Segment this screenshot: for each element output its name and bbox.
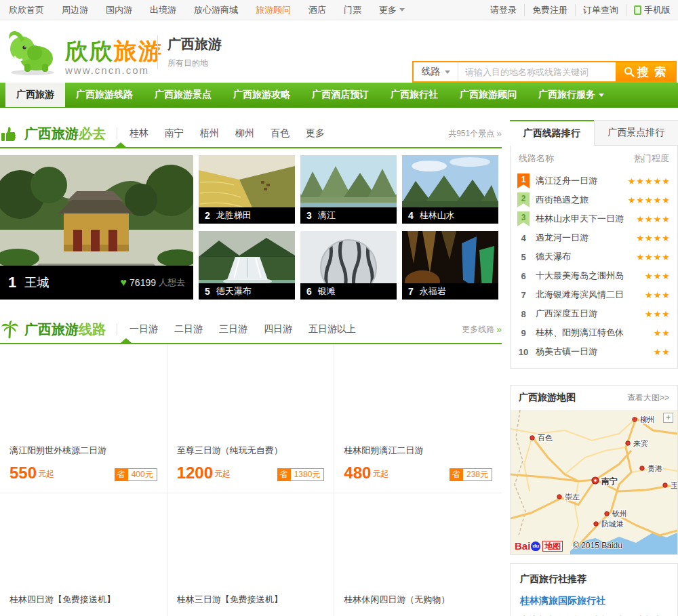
rank-number: 4 [517, 233, 530, 243]
site-logo[interactable]: 欣欣旅游 www.cncn.com [4, 24, 163, 76]
map-zoom-in-button[interactable]: + [663, 413, 673, 423]
right-column: 广西线路排行 广西景点排行 线路名称 热门程度 1 漓江泛舟一日游 ★★★★★ … [510, 120, 678, 616]
tab-1day[interactable]: 一日游 [129, 323, 158, 335]
rank-route-name[interactable]: 桂林山水甲天下一日游 [536, 213, 636, 225]
mobile-phone-icon [634, 5, 641, 15]
rank-number: 9 [517, 328, 530, 338]
top-utility-bar: 欣欣首页 周边游 国内游 出境游 放心游商城 旅游顾问 酒店 门票 更多 请登录… [0, 0, 678, 20]
search-input[interactable] [458, 62, 616, 81]
destination-subtitle[interactable]: 所有目的地 [167, 58, 222, 69]
agency-name-link[interactable]: 桂林漓旅国际旅行社 [520, 595, 668, 607]
spot-rank: 5 [205, 286, 210, 297]
ranking-row[interactable]: 3 桂林山水甲天下一日游 ★★★★ [511, 209, 677, 228]
route-card-title[interactable]: 漓江阳朔世外桃源二日游 [0, 445, 167, 457]
double-arrow-icon: » [496, 128, 502, 139]
search-button[interactable]: 搜 索 [616, 62, 675, 81]
tab-baise[interactable]: 百色 [271, 127, 290, 140]
routes-tabs: 一日游 二日游 三日游 四日游 五日游以上 [117, 323, 372, 335]
mainnav-agencies[interactable]: 广西旅行社 [380, 83, 449, 107]
mobile-version-link[interactable]: 手机版 [626, 4, 678, 16]
topnav-nearby[interactable]: 周边游 [53, 4, 97, 16]
spot-yongfu-cave[interactable]: 7 永福岩 [402, 231, 498, 300]
star-rating: ★★ [654, 328, 671, 338]
rank-route-name[interactable]: 德天瀑布 [536, 251, 636, 263]
map-canvas[interactable]: 柳州 来宾 贵港 南宁 崇左 钦州 防城港 百色 玉林 [511, 410, 677, 554]
order-query-link[interactable]: 订单查询 [575, 4, 626, 16]
route-card[interactable]: 桂林阳朔漓江二日游 480 元起 省 238元 [334, 344, 502, 493]
register-link[interactable]: 免费注册 [524, 4, 575, 16]
more-routes-link[interactable]: 更多线路» [462, 324, 502, 335]
spot-count-link[interactable]: 共951个景点» [448, 128, 502, 140]
ranking-row[interactable]: 5 德天瀑布 ★★★★ [511, 247, 677, 266]
route-card[interactable]: 至尊三日游（纯玩无自费） 1200 元起 省 1380元 [167, 344, 335, 493]
view-large-map-link[interactable]: 查看大图>> [627, 392, 669, 404]
mainnav-consultants[interactable]: 广西旅游顾问 [449, 83, 527, 107]
featured-spot-wangcheng[interactable]: 1 王城 ♥ 76199 人想去 [0, 155, 193, 300]
rank-route-name[interactable]: 北海银滩海滨风情二日 [536, 289, 645, 301]
tab-3day[interactable]: 三日游 [219, 323, 247, 335]
ranking-row[interactable]: 4 遇龙河一日游 ★★★★ [511, 228, 677, 247]
rank-route-name[interactable]: 漓江泛舟一日游 [536, 175, 628, 187]
tab-guilin[interactable]: 桂林 [129, 127, 148, 140]
tab-2day[interactable]: 二日游 [174, 323, 203, 335]
route-card[interactable]: 桂林休闲四日游（无购物） 1100 元起 省 1100元 [334, 493, 502, 616]
spot-silver-beach[interactable]: 6 银滩 [300, 231, 397, 300]
spot-longsheng-terraces[interactable]: 2 龙胜梯田 [199, 155, 295, 224]
map-city-baise: 百色 [538, 434, 553, 442]
ranking-row[interactable]: 9 桂林、阳朔漓江特色休 ★★ [511, 323, 677, 342]
mainnav-spots[interactable]: 广西旅游景点 [144, 83, 222, 107]
topnav-outbound[interactable]: 出境游 [141, 4, 185, 16]
topnav-more[interactable]: 更多 [370, 4, 414, 16]
route-card[interactable]: 桂林四日游【免费接送机】 1150 元起 省 550元 [0, 493, 167, 616]
ranking-row[interactable]: 2 西街艳遇之旅 ★★★★★ [511, 190, 677, 209]
rank-route-name[interactable]: 广西深度五日游 [536, 308, 645, 320]
mainnav-hotels[interactable]: 广西酒店预订 [301, 83, 380, 107]
rank-route-name[interactable]: 西街艳遇之旅 [536, 194, 628, 206]
mainnav-guangxi[interactable]: 广西旅游 [5, 83, 65, 107]
mainnav-guides[interactable]: 广西旅游攻略 [222, 83, 301, 107]
route-card-title[interactable]: 桂林休闲四日游（无购物） [334, 594, 502, 606]
route-card[interactable]: 漓江阳朔世外桃源二日游 550 元起 省 400元 [0, 344, 167, 493]
route-card-title[interactable]: 桂林三日游【免费接送机】 [167, 594, 334, 606]
route-card[interactable]: 桂林三日游【免费接送机】 310 元起 省 470元 [167, 493, 335, 616]
mainnav-services[interactable]: 广西旅行服务 [527, 83, 615, 107]
topnav-consultant[interactable]: 旅游顾问 [247, 4, 300, 16]
route-card-title[interactable]: 桂林四日游【免费接送机】 [0, 594, 167, 606]
tab-wuzhou[interactable]: 梧州 [200, 127, 219, 140]
tab-nanning[interactable]: 南宁 [165, 127, 184, 140]
ranking-row[interactable]: 6 十大最美海岛之涠州岛 ★★★ [511, 266, 677, 285]
tab-route-ranking[interactable]: 广西线路排行 [510, 120, 594, 146]
topnav-domestic[interactable]: 国内游 [97, 4, 141, 16]
mainnav-routes[interactable]: 广西旅游线路 [65, 83, 144, 107]
ranking-row[interactable]: 1 漓江泛舟一日游 ★★★★★ [511, 171, 677, 190]
tab-liuzhou[interactable]: 柳州 [235, 127, 254, 140]
tab-more[interactable]: 更多 [306, 127, 325, 140]
rank-route-name[interactable]: 杨美古镇一日游 [536, 346, 654, 358]
rank-route-name[interactable]: 十大最美海岛之涠州岛 [536, 270, 645, 282]
rank-route-name[interactable]: 桂林、阳朔漓江特色休 [536, 327, 654, 339]
content: 广西旅游必去 桂林 南宁 梧州 柳州 百色 更多 共951个景点» [0, 108, 678, 616]
route-card-title[interactable]: 桂林阳朔漓江二日游 [334, 445, 502, 457]
route-card-price-row: 480 元起 省 238元 [344, 465, 492, 481]
tab-spot-ranking[interactable]: 广西景点排行 [594, 120, 678, 146]
featured-likes: ♥ 76199 人想去 [121, 276, 185, 289]
ranking-row[interactable]: 10 杨美古镇一日游 ★★ [511, 342, 677, 361]
topnav-tickets[interactable]: 门票 [335, 4, 370, 16]
topnav-mall[interactable]: 放心游商城 [185, 4, 247, 16]
rank-route-name[interactable]: 遇龙河一日游 [536, 232, 636, 244]
spot-guilin-landscape[interactable]: 4 桂林山水 [402, 155, 498, 224]
search-category-select[interactable]: 线路 [414, 62, 458, 81]
topnav-home[interactable]: 欣欣首页 [0, 4, 53, 16]
login-link[interactable]: 请登录 [483, 4, 524, 16]
caret-down-icon [399, 8, 405, 12]
tab-4day[interactable]: 四日游 [264, 323, 292, 335]
spot-lijiang[interactable]: 3 漓江 [300, 155, 397, 224]
spot-caption: 2 龙胜梯田 [199, 207, 295, 224]
route-card-title[interactable]: 至尊三日游（纯玩无自费） [167, 445, 334, 457]
topnav-hotel[interactable]: 酒店 [300, 4, 335, 16]
save-label: 省 [277, 468, 290, 481]
ranking-row[interactable]: 8 广西深度五日游 ★★★ [511, 304, 677, 323]
tab-5day-plus[interactable]: 五日游以上 [308, 323, 356, 335]
spot-detian-waterfall[interactable]: 5 德天瀑布 [199, 231, 295, 300]
ranking-row[interactable]: 7 北海银滩海滨风情二日 ★★★ [511, 285, 677, 304]
